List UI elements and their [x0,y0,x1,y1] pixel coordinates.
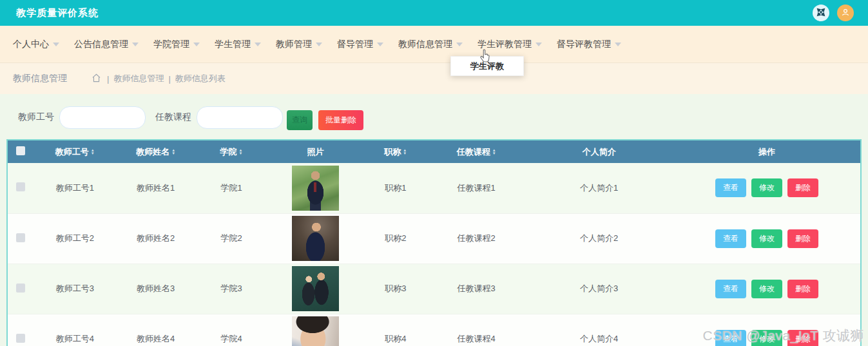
column-header[interactable]: 教师工号▲▼ [34,140,116,163]
row-checkbox[interactable] [16,334,25,343]
page-title: 教师信息管理 [13,73,67,84]
sort-icon[interactable]: ▲▼ [403,149,407,155]
row-checkbox[interactable] [16,284,25,293]
column-header-label: 个人简介 [583,147,616,157]
delete-button[interactable]: 删除 [787,330,818,346]
edit-button[interactable]: 修改 [751,280,782,298]
fullscreen-toggle-button[interactable] [813,5,829,21]
teacher-photo [292,266,339,311]
column-header-label: 操作 [758,147,775,157]
actions-cell: 查看修改删除 [673,163,860,213]
teacher-id-label: 教师工号 [18,111,54,123]
edit-button[interactable]: 修改 [751,229,782,248]
nav-item-label: 教师管理 [276,39,312,50]
teacher-table: 教师工号▲▼教师姓名▲▼学院▲▼照片职称▲▼任教课程▲▼个人简介操作 教师工号1… [8,140,860,346]
chevron-down-icon [255,43,261,46]
title-cell: 职称2 [363,213,428,264]
row-checkbox[interactable] [16,182,25,191]
sort-icon[interactable]: ▲▼ [91,149,95,155]
title-cell: 职称4 [363,314,428,346]
sort-icon[interactable]: ▲▼ [171,149,175,155]
nav-item-label: 教师信息管理 [398,39,452,50]
sort-icon[interactable]: ▲▼ [239,149,243,155]
breadcrumb-separator: | [107,74,109,84]
teacher-id-cell: 教师工号2 [34,213,116,264]
course-input[interactable] [197,106,283,129]
column-header: 个人简介 [525,140,673,163]
home-icon[interactable] [92,73,102,84]
nav-item[interactable]: 教师管理 [276,39,322,50]
column-header-label: 教师工号 [55,147,89,157]
college-cell: 学院4 [195,314,267,346]
sort-icon[interactable]: ▲▼ [492,149,496,155]
teacher-id-cell: 教师工号3 [34,264,116,314]
title-cell: 职称3 [363,264,428,314]
teacher-photo [292,166,339,211]
column-header[interactable]: 教师姓名▲▼ [116,140,195,163]
column-header-label: 教师姓名 [136,147,169,157]
column-header-label: 学院 [220,147,237,157]
view-button[interactable]: 查看 [715,330,746,346]
chevron-down-icon [316,43,322,46]
main-content: 教师工号 任教课程 查询 批量删除 教师工号▲▼教师姓名▲▼学院▲▼照片职称▲▼… [0,94,868,346]
column-header-label: 照片 [307,147,323,157]
app-header: 教学质量评价系统 [0,0,868,26]
delete-button[interactable]: 删除 [787,280,818,298]
edit-button[interactable]: 修改 [751,178,782,197]
delete-button[interactable]: 删除 [787,178,818,197]
actions-cell: 查看修改删除 [673,213,860,264]
intro-cell: 个人简介4 [525,314,673,346]
chevron-down-icon [535,43,542,46]
column-header[interactable]: 任教课程▲▼ [428,140,525,163]
column-header: 操作 [673,140,860,163]
batch-delete-button[interactable]: 批量删除 [318,110,363,130]
user-icon [840,7,851,19]
chevron-down-icon [53,43,59,46]
chevron-down-icon [132,43,139,46]
nav-item[interactable]: 个人中心 [13,39,59,50]
column-header[interactable]: 学院▲▼ [195,140,267,163]
query-button[interactable]: 查询 [287,110,313,130]
column-header [8,140,34,163]
nav-item[interactable]: 督导评教管理 [557,39,621,50]
intro-cell: 个人简介3 [525,264,673,314]
user-avatar-button[interactable] [837,5,854,21]
college-cell: 学院3 [195,264,267,314]
intro-cell: 个人简介1 [525,163,673,213]
intro-cell: 个人简介2 [525,213,673,264]
teacher-name-cell: 教师姓名3 [116,264,195,314]
nav-item[interactable]: 学生评教管理 [477,39,542,50]
breadcrumb-item[interactable]: 教师信息管理 [113,73,164,84]
chevron-down-icon [456,43,463,46]
course-cell: 任教课程3 [428,264,525,314]
column-header-label: 职称 [384,147,401,157]
nav-item[interactable]: 教师信息管理 [398,39,463,50]
edit-button[interactable]: 修改 [751,330,782,346]
table-row: 教师工号2教师姓名2学院2职称2任教课程2个人简介2查看修改删除 [8,213,860,264]
nav-item[interactable]: 公告信息管理 [74,39,139,50]
college-cell: 学院1 [195,163,267,213]
select-all-checkbox[interactable] [16,146,25,155]
course-cell: 任教课程4 [428,314,525,346]
column-header[interactable]: 职称▲▼ [363,140,428,163]
teacher-name-cell: 教师姓名2 [116,213,195,264]
nav-item-label: 督导管理 [337,39,373,50]
app-title: 教学质量评价系统 [16,7,99,19]
view-button[interactable]: 查看 [715,280,746,298]
mouse-pointer-cursor-icon [478,49,491,65]
nav-item[interactable]: 督导管理 [337,39,383,50]
nav-item[interactable]: 学生管理 [215,39,261,50]
view-button[interactable]: 查看 [715,178,746,197]
breadcrumb-separator: | [168,74,170,84]
nav-menu: 个人中心 公告信息管理 学院管理 学生管理 教师管理 督导管理 教师信息管理 学… [0,26,868,62]
chevron-down-icon [193,43,200,46]
nav-item[interactable]: 学院管理 [153,39,200,50]
breadcrumb: | 教师信息管理 | 教师信息列表 [92,73,226,84]
nav-item-label: 个人中心 [13,39,49,50]
chevron-down-icon [377,43,383,46]
teacher-id-input[interactable] [59,106,146,129]
view-button[interactable]: 查看 [715,229,746,248]
teacher-name-cell: 教师姓名1 [116,163,195,213]
delete-button[interactable]: 删除 [787,229,818,248]
row-checkbox[interactable] [16,233,25,242]
